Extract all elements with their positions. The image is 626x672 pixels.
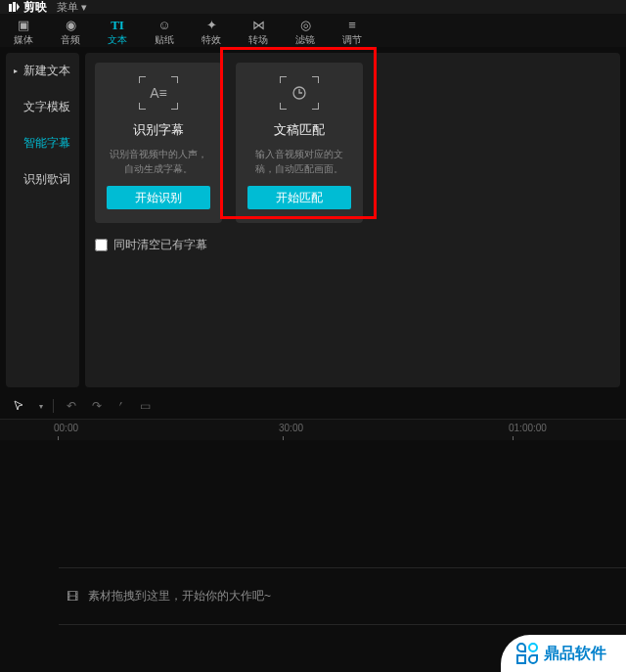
title-bar: 剪映 菜单 ▾ bbox=[0, 0, 626, 14]
sidebar-item-text-template[interactable]: 文字模板 bbox=[12, 97, 73, 117]
main-panel: A≡ 识别字幕 识别音视频中的人声，自动生成字幕。 开始识别 文稿匹配 输入音视… bbox=[85, 53, 620, 387]
checkbox-label: 同时清空已有字幕 bbox=[113, 237, 207, 253]
top-tab-row: ▣ 媒体 ◉ 音频 TI 文本 ☺ 贴纸 ✦ 特效 ⋈ 转场 ◎ 滤镜 ≡ 调节 bbox=[0, 14, 626, 47]
ruler-mark: 01:00:00 bbox=[509, 423, 547, 433]
sidebar: ▸ 新建文本 文字模板 智能字幕 识别歌词 bbox=[6, 53, 79, 387]
effects-icon: ✦ bbox=[206, 19, 217, 32]
start-recognize-button[interactable]: 开始识别 bbox=[107, 186, 210, 209]
card-desc: 识别音视频中的人声，自动生成字幕。 bbox=[107, 147, 210, 176]
tab-effects[interactable]: ✦ 特效 bbox=[198, 19, 225, 47]
ruler-mark: 00:00 bbox=[54, 423, 78, 433]
svg-rect-1 bbox=[13, 2, 16, 12]
redo-button[interactable]: ↷ bbox=[89, 399, 105, 413]
undo-button[interactable]: ↶ bbox=[64, 399, 79, 413]
chevron-right-icon: ▸ bbox=[14, 67, 22, 75]
split-button[interactable]: ⎖ bbox=[114, 399, 127, 413]
separator bbox=[53, 399, 54, 413]
menu-dropdown[interactable]: 菜单 ▾ bbox=[57, 0, 87, 15]
ruler-mark: 30:00 bbox=[279, 423, 303, 433]
card-auto-subtitle: A≡ 识别字幕 识别音视频中的人声，自动生成字幕。 开始识别 bbox=[95, 63, 222, 223]
delete-button[interactable]: ▭ bbox=[137, 399, 154, 413]
tab-label: 滤镜 bbox=[295, 33, 315, 47]
card-script-match: 文稿匹配 输入音视频对应的文稿，自动匹配画面。 开始匹配 bbox=[236, 63, 363, 223]
tab-label: 音频 bbox=[61, 33, 80, 47]
card-row: A≡ 识别字幕 识别音视频中的人声，自动生成字幕。 开始识别 文稿匹配 输入音视… bbox=[95, 63, 610, 223]
track-placeholder: 素材拖拽到这里，开始你的大作吧~ bbox=[88, 588, 271, 605]
tab-media[interactable]: ▣ 媒体 bbox=[10, 19, 37, 47]
adjust-icon: ≡ bbox=[348, 19, 356, 32]
app-name: 剪映 bbox=[23, 0, 47, 16]
sidebar-item-label: 智能字幕 bbox=[23, 135, 70, 152]
card-title: 文稿匹配 bbox=[274, 121, 325, 139]
clear-subtitle-checkbox[interactable] bbox=[95, 239, 108, 251]
sidebar-item-label: 识别歌词 bbox=[23, 171, 70, 188]
svg-rect-0 bbox=[9, 4, 12, 12]
chevron-down-icon: ▾ bbox=[81, 1, 87, 14]
tab-sticker[interactable]: ☺ 贴纸 bbox=[151, 19, 178, 47]
sidebar-item-lyrics[interactable]: 识别歌词 bbox=[12, 169, 73, 190]
timeline-ruler[interactable]: 00:00 30:00 01:00:00 bbox=[0, 419, 626, 440]
watermark-text: 鼎品软件 bbox=[544, 644, 606, 664]
app-brand: 剪映 bbox=[8, 0, 47, 16]
clock-brackets-icon bbox=[280, 76, 319, 110]
tab-adjust[interactable]: ≡ 调节 bbox=[338, 19, 366, 47]
filter-icon: ◎ bbox=[300, 19, 311, 32]
timeline-toolbar: ▾ ↶ ↷ ⎖ ▭ bbox=[0, 393, 626, 419]
transition-icon: ⋈ bbox=[252, 19, 265, 32]
sidebar-item-label: 文字模板 bbox=[23, 99, 70, 115]
menu-label: 菜单 bbox=[57, 0, 78, 15]
app-logo-icon bbox=[8, 1, 20, 13]
audio-icon: ◉ bbox=[66, 19, 76, 32]
sidebar-item-smart-subtitle[interactable]: 智能字幕 bbox=[12, 133, 73, 154]
content-area: ▸ 新建文本 文字模板 智能字幕 识别歌词 A≡ 识别字幕 识别音视频中的人声 bbox=[0, 47, 626, 393]
tab-text[interactable]: TI 文本 bbox=[104, 19, 131, 47]
tab-label: 特效 bbox=[201, 33, 221, 47]
tab-audio[interactable]: ◉ 音频 bbox=[57, 19, 84, 47]
sidebar-item-new-text[interactable]: ▸ 新建文本 bbox=[12, 61, 73, 81]
sticker-icon: ☺ bbox=[157, 19, 170, 32]
media-icon: ▣ bbox=[18, 19, 29, 32]
pointer-tool[interactable] bbox=[10, 399, 29, 413]
tab-filter[interactable]: ◎ 滤镜 bbox=[291, 19, 319, 47]
chevron-down-icon[interactable]: ▾ bbox=[39, 402, 43, 411]
clear-subtitle-checkbox-row[interactable]: 同时清空已有字幕 bbox=[95, 237, 610, 253]
watermark-logo-icon bbox=[516, 643, 538, 664]
text-brackets-icon: A≡ bbox=[139, 76, 178, 110]
tab-transition[interactable]: ⋈ 转场 bbox=[245, 19, 272, 47]
card-title: 识别字幕 bbox=[133, 121, 184, 139]
video-track[interactable]: 🎞 素材拖拽到这里，开始你的大作吧~ bbox=[59, 567, 626, 625]
tab-label: 调节 bbox=[342, 33, 362, 47]
tab-label: 媒体 bbox=[14, 33, 33, 47]
card-desc: 输入音视频对应的文稿，自动匹配画面。 bbox=[247, 147, 351, 176]
start-match-button[interactable]: 开始匹配 bbox=[247, 186, 351, 209]
text-icon: TI bbox=[111, 19, 124, 32]
tab-label: 贴纸 bbox=[155, 33, 174, 47]
film-icon: 🎞 bbox=[67, 590, 78, 604]
tab-label: 文本 bbox=[108, 33, 127, 47]
watermark: 鼎品软件 bbox=[501, 635, 626, 672]
sidebar-item-label: 新建文本 bbox=[23, 63, 70, 79]
tab-label: 转场 bbox=[248, 33, 268, 47]
